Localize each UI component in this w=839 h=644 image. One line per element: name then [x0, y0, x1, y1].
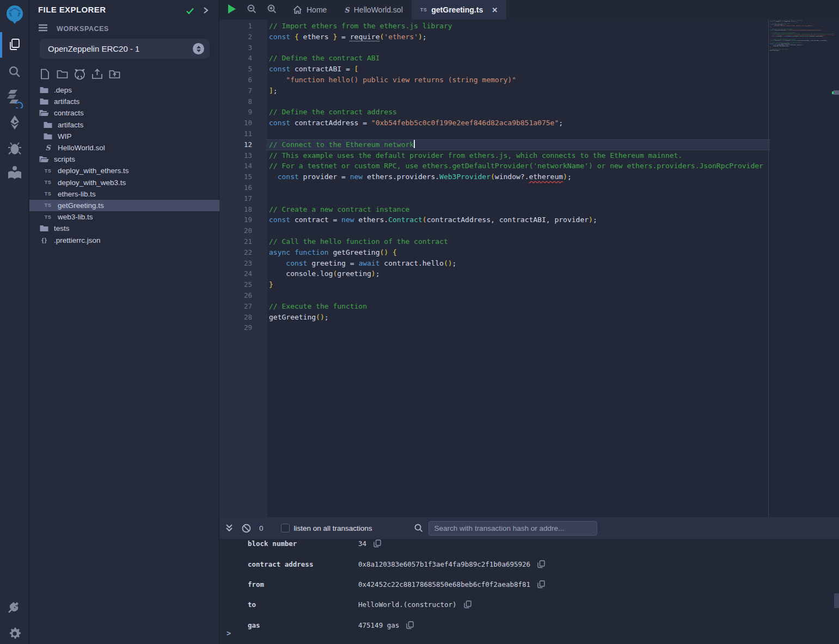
code-line-22[interactable]: async function getGreeting() { [267, 247, 770, 258]
line-number[interactable]: 3 [219, 42, 252, 53]
upload-file-icon[interactable] [91, 68, 103, 81]
tree-item-deploy-with-web3-ts[interactable]: TSdeploy_with_web3.ts [29, 177, 219, 188]
listen-transactions-checkbox[interactable] [281, 524, 290, 532]
zoom-in-icon[interactable] [267, 4, 277, 16]
code-line-6[interactable]: "function hello() public view returns (s… [267, 75, 770, 85]
minimap[interactable]: // Import ethers from the ethers.js libr… [770, 20, 834, 85]
search-icon[interactable] [0, 61, 29, 82]
code-line-19[interactable]: const contract = new ethers.Contract(con… [267, 214, 770, 225]
tree-item-web3-lib-ts[interactable]: TSweb3-lib.ts [29, 211, 219, 223]
tab-helloworld-sol[interactable]: SHelloWorld.sol [335, 0, 411, 20]
code-line-16[interactable] [267, 182, 770, 193]
line-number[interactable]: 14 [219, 161, 252, 171]
clear-console-icon[interactable] [242, 524, 251, 533]
code-line-15[interactable]: const provider = new ethers.providers.We… [267, 171, 770, 182]
line-number[interactable]: 27 [219, 301, 252, 312]
zoom-out-icon[interactable] [247, 4, 256, 16]
code-line-3[interactable] [267, 42, 770, 53]
copy-icon[interactable] [537, 580, 545, 588]
code-line-29[interactable] [267, 322, 770, 333]
tree-item-deploy-with-ethers-ts[interactable]: TSdeploy_with_ethers.ts [29, 165, 219, 176]
new-folder-icon[interactable] [56, 68, 68, 81]
copy-icon[interactable] [464, 600, 471, 609]
plugin-manager-icon[interactable] [0, 598, 29, 617]
line-number[interactable]: 6 [219, 75, 252, 85]
line-number[interactable]: 8 [219, 96, 252, 107]
line-number[interactable]: 4 [219, 53, 252, 64]
code-line-25[interactable]: } [267, 279, 770, 290]
line-number[interactable]: 13 [219, 150, 252, 161]
code-line-24[interactable]: console.log(greeting); [267, 268, 770, 279]
code-line-4[interactable]: // Define the contract ABI [267, 53, 770, 64]
tree-item-tests[interactable]: tests [29, 223, 219, 234]
code-line-1[interactable]: // Import ethers from the ethers.js libr… [267, 21, 770, 32]
tree-item-helloworld-sol[interactable]: SHelloWorld.sol [29, 142, 219, 154]
file-explorer-icon[interactable] [0, 34, 29, 55]
code-line-26[interactable] [267, 290, 770, 301]
line-number[interactable]: 22 [219, 247, 252, 258]
line-number[interactable]: 1 [219, 21, 252, 32]
deploy-run-icon[interactable] [0, 113, 29, 132]
tree-item-scripts[interactable]: scripts [29, 154, 219, 165]
code-line-9[interactable]: // Define the contract address [267, 107, 770, 118]
workspaces-menu-icon[interactable] [38, 24, 48, 34]
solidity-compiler-icon[interactable] [0, 86, 29, 109]
code-line-13[interactable]: // This example uses the default provide… [267, 150, 770, 161]
learneth-icon[interactable] [0, 163, 29, 183]
code-line-8[interactable] [267, 96, 770, 107]
editor-scrollbar-thumb[interactable] [834, 90, 839, 95]
line-number[interactable]: 7 [219, 85, 252, 96]
code-lines[interactable]: // Import ethers from the ethers.js libr… [267, 21, 770, 333]
code-line-7[interactable]: ]; [267, 85, 770, 96]
copy-icon[interactable] [537, 560, 545, 568]
line-number[interactable]: 23 [219, 258, 252, 269]
line-number[interactable]: 10 [219, 118, 252, 128]
line-number[interactable]: 2 [219, 32, 252, 42]
copy-icon[interactable] [406, 621, 414, 629]
line-number[interactable]: 25 [219, 279, 252, 290]
terminal-collapse-icon[interactable] [225, 523, 234, 533]
workspace-select[interactable]: OpenZeppelin ERC20 - 1 [40, 39, 210, 59]
line-number[interactable]: 21 [219, 236, 252, 247]
tab-getgreeting-ts[interactable]: TSgetGreeting.ts✕ [412, 0, 506, 20]
code-line-23[interactable]: const greeting = await contract.hello(); [267, 258, 770, 269]
code-line-20[interactable] [267, 225, 770, 236]
code-line-2[interactable]: const { ethers } = require('ethers'); [267, 32, 770, 42]
line-number[interactable]: 9 [219, 107, 252, 118]
tree-item-getgreeting-ts[interactable]: TSgetGreeting.ts [29, 200, 219, 211]
line-number[interactable]: 15 [219, 171, 252, 182]
line-number[interactable]: 11 [219, 128, 252, 139]
copy-icon[interactable] [373, 539, 381, 548]
code-line-5[interactable]: const contractABI = [ [267, 64, 770, 75]
line-number[interactable]: 16 [219, 182, 252, 193]
tree-item-contracts[interactable]: contracts [29, 107, 219, 119]
tree-item-artifacts[interactable]: artifacts [29, 96, 219, 107]
debugger-icon[interactable] [0, 138, 29, 158]
run-script-icon[interactable] [227, 4, 236, 16]
line-number[interactable]: 20 [219, 225, 252, 236]
line-number[interactable]: 5 [219, 64, 252, 75]
tree-item-artifacts[interactable]: artifacts [29, 119, 219, 131]
line-number[interactable]: 19 [219, 214, 252, 225]
line-number[interactable]: 24 [219, 268, 252, 279]
code-line-18[interactable]: // Create a new contract instance [267, 204, 770, 215]
tree-item--deps[interactable]: .deps [29, 84, 219, 96]
line-numbers[interactable]: 1234567891011121314151617181920212223242… [219, 21, 252, 333]
code-line-14[interactable]: // For a testnet or custom RPC, use ethe… [267, 161, 770, 171]
code-line-27[interactable]: // Execute the function [267, 301, 770, 312]
code-line-28[interactable]: getGreeting(); [267, 312, 770, 323]
line-number[interactable]: 12 [219, 139, 252, 150]
panel-collapse-chevron-icon[interactable] [201, 5, 210, 17]
code-line-21[interactable]: // Call the hello function of the contra… [267, 236, 770, 247]
terminal-prompt[interactable]: > [226, 629, 231, 637]
tree-item-ethers-lib-ts[interactable]: TSethers-lib.ts [29, 188, 219, 200]
code-line-10[interactable]: const contractAddress = "0xb54febb5c0c0f… [267, 118, 770, 128]
new-file-icon[interactable] [39, 68, 51, 81]
code-line-11[interactable] [267, 128, 770, 139]
tree-item--prettierrc-json[interactable]: { }.prettierrc.json [29, 234, 219, 246]
terminal-scrollbar-thumb[interactable] [834, 593, 839, 608]
code-editor[interactable]: 1234567891011121314151617181920212223242… [219, 20, 839, 517]
tree-item-wip[interactable]: WIP [29, 131, 219, 142]
remix-logo[interactable] [0, 2, 29, 26]
github-clone-icon[interactable] [74, 68, 85, 81]
